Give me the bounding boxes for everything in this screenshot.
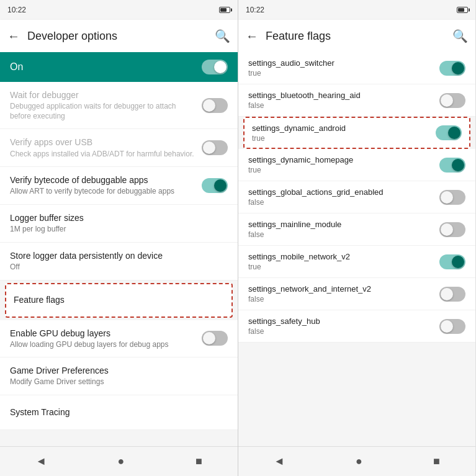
status-time-right: 10:22 bbox=[246, 6, 264, 14]
verify-bytecode-toggle[interactable] bbox=[202, 178, 228, 193]
flag-name-dynamic-homepage: settings_dynamic_homepage bbox=[248, 155, 434, 164]
system-tracing-title: System Tracing bbox=[10, 406, 223, 418]
search-icon-left[interactable]: 🔍 bbox=[215, 29, 230, 43]
verify-usb-title: Verify apps over USB bbox=[10, 137, 197, 148]
gpu-debug-row: Enable GPU debug layers Allow loading GP… bbox=[0, 320, 238, 358]
wait-for-debugger-row: Wait for debugger Debugged application w… bbox=[0, 82, 238, 129]
nav-bar-left: ◄ ● ■ bbox=[0, 446, 238, 476]
flag-toggle-mobile-network[interactable] bbox=[439, 254, 465, 269]
gpu-debug-desc: Allow loading GPU debug layers for debug… bbox=[10, 340, 197, 350]
flag-value-mainline-module: false bbox=[248, 230, 434, 239]
flag-name-dynamic-android: settings_dynamic_android bbox=[252, 123, 431, 133]
gpu-debug-toggle[interactable] bbox=[202, 331, 228, 346]
wait-debugger-toggle[interactable] bbox=[202, 98, 228, 113]
game-driver-title: Game Driver Preferences bbox=[10, 365, 223, 376]
flag-toggle-dynamic-homepage[interactable] bbox=[439, 158, 465, 173]
developer-options-panel: 10:22 ← Developer options 🔍 On Wait for … bbox=[0, 0, 238, 476]
flag-toggle-global-actions[interactable] bbox=[439, 190, 465, 205]
flag-value-global-actions: false bbox=[248, 198, 434, 207]
feature-flags-title: Feature flags bbox=[14, 294, 219, 305]
flag-name-safety-hub: settings_safety_hub bbox=[248, 317, 434, 326]
nav-home-left[interactable]: ● bbox=[118, 455, 125, 468]
search-icon-right[interactable]: 🔍 bbox=[452, 29, 468, 43]
battery-icon-left bbox=[219, 7, 230, 13]
flag-value-dynamic-android: true bbox=[252, 134, 431, 143]
store-logger-desc: Off bbox=[10, 263, 223, 272]
battery-icon-right bbox=[457, 7, 468, 13]
feature-flags-panel: 10:22 ← Feature flags 🔍 settings_audio_s… bbox=[238, 0, 475, 476]
flag-name-global-actions: settings_global_actions_grid_enabled bbox=[248, 187, 434, 197]
flag-toggle-bluetooth-hearing[interactable] bbox=[439, 93, 465, 108]
flag-name-audio-switcher: settings_audio_switcher bbox=[248, 58, 434, 68]
verify-usb-row: Verify apps over USB Check apps installe… bbox=[0, 129, 238, 167]
flag-toggle-mainline-module[interactable] bbox=[439, 222, 465, 237]
flag-toggle-safety-hub[interactable] bbox=[439, 319, 465, 334]
status-bar-right: 10:22 bbox=[238, 0, 475, 20]
content-left: On Wait for debugger Debugged applicatio… bbox=[0, 52, 238, 446]
flag-toggle-audio-switcher[interactable] bbox=[439, 61, 465, 76]
status-bar-left: 10:22 bbox=[0, 0, 238, 20]
logger-buffer-desc: 1M per log buffer bbox=[10, 225, 223, 235]
flag-row-bluetooth-hearing: settings_bluetooth_hearing_aid false bbox=[238, 84, 475, 117]
flag-toggle-network-internet[interactable] bbox=[439, 287, 465, 302]
page-title-left: Developer options bbox=[27, 30, 215, 43]
flag-name-bluetooth-hearing: settings_bluetooth_hearing_aid bbox=[248, 91, 434, 100]
top-bar-right: ← Feature flags 🔍 bbox=[238, 20, 475, 52]
verify-bytecode-title: Verify bytecode of debuggable apps bbox=[10, 174, 197, 186]
top-bar-left: ← Developer options 🔍 bbox=[0, 20, 238, 52]
flag-value-network-internet: false bbox=[248, 295, 434, 303]
back-button-right[interactable]: ← bbox=[246, 29, 258, 43]
nav-bar-right: ◄ ● ■ bbox=[238, 446, 475, 476]
nav-recent-left[interactable]: ■ bbox=[195, 455, 202, 468]
flag-toggle-dynamic-android[interactable] bbox=[436, 125, 462, 140]
nav-recent-right[interactable]: ■ bbox=[433, 455, 440, 468]
flag-row-mainline-module: settings_mainline_module false bbox=[238, 213, 475, 246]
wait-debugger-desc: Debugged application waits for debugger … bbox=[10, 102, 197, 121]
wait-debugger-title: Wait for debugger bbox=[10, 89, 197, 101]
system-tracing-row[interactable]: System Tracing bbox=[0, 395, 238, 430]
flag-name-mainline-module: settings_mainline_module bbox=[248, 220, 434, 229]
back-button-left[interactable]: ← bbox=[7, 29, 20, 43]
feature-flags-row[interactable]: Feature flags bbox=[5, 283, 233, 318]
flag-name-mobile-network: settings_mobile_network_v2 bbox=[248, 252, 434, 261]
logger-buffer-row[interactable]: Logger buffer sizes 1M per log buffer bbox=[0, 205, 238, 243]
on-label: On bbox=[10, 61, 23, 73]
verify-bytecode-desc: Allow ART to verify bytecode for debugga… bbox=[10, 187, 197, 197]
gpu-debug-title: Enable GPU debug layers bbox=[10, 328, 197, 339]
verify-usb-desc: Check apps installed via ADB/ADT for har… bbox=[10, 150, 197, 159]
flag-value-mobile-network: true bbox=[248, 263, 434, 271]
game-driver-row[interactable]: Game Driver Preferences Modify Game Driv… bbox=[0, 357, 238, 395]
status-time-left: 10:22 bbox=[7, 6, 26, 14]
flag-row-mobile-network: settings_mobile_network_v2 true bbox=[238, 246, 475, 278]
flag-row-network-internet: settings_network_and_internet_v2 false bbox=[238, 278, 475, 310]
flag-row-audio-switcher: settings_audio_switcher true bbox=[238, 52, 475, 84]
store-logger-title: Store logger data persistently on device bbox=[10, 250, 223, 261]
game-driver-desc: Modify Game Driver settings bbox=[10, 377, 223, 387]
flag-name-network-internet: settings_network_and_internet_v2 bbox=[248, 284, 434, 294]
flag-row-safety-hub: settings_safety_hub false bbox=[238, 310, 475, 343]
flag-value-audio-switcher: true bbox=[248, 69, 434, 78]
nav-back-left[interactable]: ◄ bbox=[35, 455, 47, 468]
page-title-right: Feature flags bbox=[266, 30, 452, 43]
flag-row-global-actions: settings_global_actions_grid_enabled fal… bbox=[238, 181, 475, 213]
on-toggle-row: On bbox=[0, 52, 238, 82]
store-logger-row[interactable]: Store logger data persistently on device… bbox=[0, 243, 238, 281]
flag-row-dynamic-android: settings_dynamic_android true bbox=[243, 117, 470, 149]
verify-bytecode-row: Verify bytecode of debuggable apps Allow… bbox=[0, 167, 238, 205]
nav-home-right[interactable]: ● bbox=[356, 455, 362, 468]
nav-back-right[interactable]: ◄ bbox=[274, 455, 285, 468]
flag-value-dynamic-homepage: true bbox=[248, 166, 434, 174]
flag-value-bluetooth-hearing: false bbox=[248, 101, 434, 110]
flag-value-safety-hub: false bbox=[248, 327, 434, 336]
logger-buffer-title: Logger buffer sizes bbox=[10, 212, 223, 223]
flag-row-dynamic-homepage: settings_dynamic_homepage true bbox=[238, 149, 475, 181]
on-toggle[interactable] bbox=[202, 60, 228, 74]
content-right: settings_audio_switcher true settings_bl… bbox=[238, 52, 475, 446]
verify-usb-toggle[interactable] bbox=[202, 140, 228, 155]
